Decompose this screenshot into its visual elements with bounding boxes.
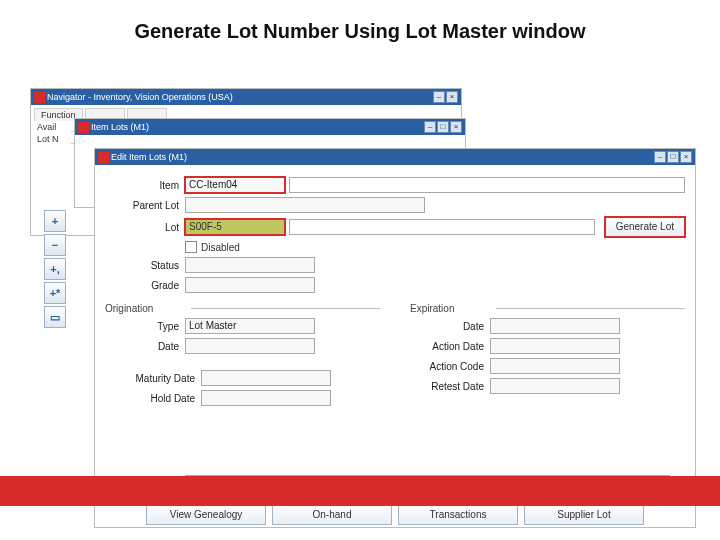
close-icon[interactable]: × <box>446 91 458 103</box>
close-icon[interactable]: × <box>450 121 462 133</box>
transactions-button[interactable]: Transactions <box>398 505 518 525</box>
edit-item-lots-window: Edit Item Lots (M1) – □ × Item CC-Item04… <box>94 148 696 528</box>
maximize-icon[interactable]: □ <box>667 151 679 163</box>
maximize-icon[interactable]: □ <box>437 121 449 133</box>
supplier-lot-button[interactable]: Supplier Lot <box>524 505 644 525</box>
maturity-date-label: Maturity Date <box>105 373 195 384</box>
expiration-section-label: Expiration <box>410 303 490 314</box>
action-date-label: Action Date <box>410 341 484 352</box>
slide-title: Generate Lot Number Using Lot Master win… <box>0 20 720 43</box>
minimize-icon[interactable]: – <box>433 91 445 103</box>
hold-date-label: Hold Date <box>105 393 195 404</box>
action-date-field[interactable] <box>490 338 620 354</box>
type-label: Type <box>105 321 179 332</box>
item-lots-title-text: Item Lots (M1) <box>91 119 422 135</box>
disabled-label: Disabled <box>201 242 240 253</box>
item-lots-titlebar[interactable]: Item Lots (M1) – □ × <box>75 119 465 135</box>
tool-expand-all[interactable]: +* <box>44 282 66 304</box>
type-field[interactable]: Lot Master <box>185 318 315 334</box>
parent-lot-field[interactable] <box>185 197 425 213</box>
disabled-checkbox[interactable] <box>185 241 197 253</box>
edit-item-lots-title-text: Edit Item Lots (M1) <box>111 149 652 165</box>
status-label: Status <box>105 260 179 271</box>
exp-date-label: Date <box>410 321 484 332</box>
action-code-label: Action Code <box>410 361 484 372</box>
tool-add[interactable]: + <box>44 210 66 232</box>
action-code-field[interactable] <box>490 358 620 374</box>
slide-footer-bar <box>0 476 720 506</box>
item-label: Item <box>105 180 179 191</box>
nav-lotn-label: Lot N <box>37 134 67 144</box>
status-field[interactable] <box>185 257 315 273</box>
on-hand-button[interactable]: On-hand <box>272 505 392 525</box>
maturity-date-field[interactable] <box>201 370 331 386</box>
origination-section-label: Origination <box>105 303 185 314</box>
close-icon[interactable]: × <box>680 151 692 163</box>
lot-field[interactable]: S00F-5 <box>185 219 285 235</box>
tool-expand[interactable]: +, <box>44 258 66 280</box>
lot-extra-field[interactable] <box>289 219 595 235</box>
minimize-icon[interactable]: – <box>654 151 666 163</box>
app-icon <box>98 152 109 163</box>
generate-lot-button[interactable]: Generate Lot <box>605 217 685 237</box>
view-genealogy-button[interactable]: View Genealogy <box>146 505 266 525</box>
item-field[interactable]: CC-Item04 <box>185 177 285 193</box>
navigator-titlebar[interactable]: Navigator - Inventory, Vision Operations… <box>31 89 461 105</box>
edit-item-lots-titlebar[interactable]: Edit Item Lots (M1) – □ × <box>95 149 695 165</box>
exp-date-field[interactable] <box>490 318 620 334</box>
minimize-icon[interactable]: – <box>424 121 436 133</box>
item-desc-field[interactable] <box>289 177 685 193</box>
side-toolbar: + − +, +* ▭ <box>44 210 66 328</box>
grade-label: Grade <box>105 280 179 291</box>
nav-avail-label: Avail <box>37 122 67 132</box>
retest-date-field[interactable] <box>490 378 620 394</box>
lot-label: Lot <box>105 222 179 233</box>
app-icon <box>34 92 45 103</box>
navigator-title-text: Navigator - Inventory, Vision Operations… <box>47 89 431 105</box>
app-icon <box>78 122 89 133</box>
grade-field[interactable] <box>185 277 315 293</box>
hold-date-field[interactable] <box>201 390 331 406</box>
orig-date-label: Date <box>105 341 179 352</box>
tool-rect[interactable]: ▭ <box>44 306 66 328</box>
tool-remove[interactable]: − <box>44 234 66 256</box>
orig-date-field[interactable] <box>185 338 315 354</box>
parent-lot-label: Parent Lot <box>105 200 179 211</box>
retest-date-label: Retest Date <box>410 381 484 392</box>
